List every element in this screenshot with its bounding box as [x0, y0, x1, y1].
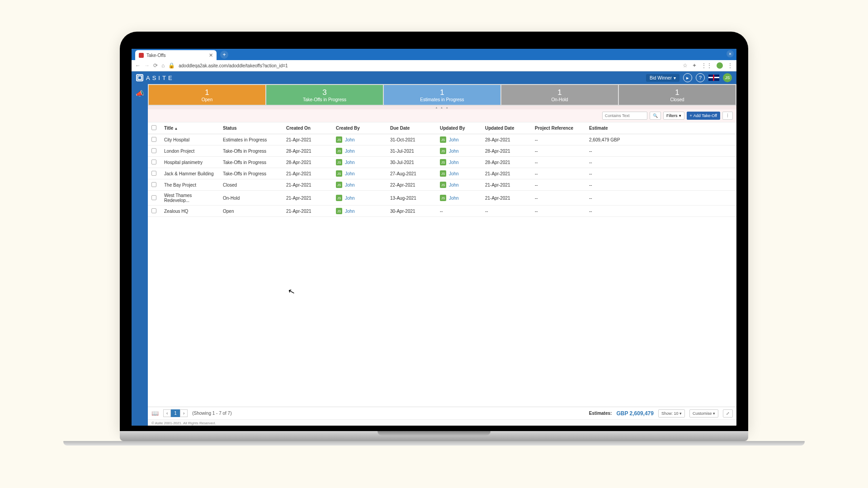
- row-checkbox[interactable]: [151, 160, 156, 164]
- cell-title[interactable]: City Hospital: [160, 134, 219, 145]
- user-chip-icon: JS: [440, 159, 446, 165]
- status-card[interactable]: 1Open: [149, 85, 265, 105]
- row-checkbox[interactable]: [151, 195, 156, 200]
- col-created-by[interactable]: Created By: [332, 122, 387, 134]
- user-link[interactable]: John: [449, 160, 459, 165]
- extensions-menu-icon[interactable]: ⋮⋮: [701, 62, 712, 69]
- cell-title[interactable]: Jack & Hammer Building: [160, 168, 219, 179]
- cell-title[interactable]: Hospital planimetry: [160, 157, 219, 168]
- cell-status: Open: [219, 206, 283, 217]
- home-icon[interactable]: ⌂: [161, 62, 165, 69]
- search-input[interactable]: [602, 112, 647, 120]
- select-all-checkbox[interactable]: [151, 125, 156, 130]
- cell-due-date: 31-Oct-2021: [387, 134, 436, 145]
- star-icon[interactable]: ☆: [683, 62, 688, 69]
- table-row[interactable]: The Bay ProjectClosed21-Apr-2021JSJohn22…: [148, 179, 736, 191]
- add-takeoff-button[interactable]: + Add Take-Off: [687, 112, 720, 120]
- cell-title[interactable]: London Project: [160, 145, 219, 157]
- profile-icon[interactable]: [717, 62, 723, 69]
- user-link[interactable]: John: [449, 137, 459, 142]
- col-updated-date[interactable]: Updated Date: [481, 122, 531, 134]
- cell-status: On-Hold: [219, 191, 283, 206]
- user-link[interactable]: John: [345, 183, 355, 188]
- cell-created-on: 21-Apr-2021: [283, 134, 332, 145]
- status-card[interactable]: 1Closed: [619, 85, 736, 105]
- cell-title[interactable]: Zealous HQ: [160, 206, 219, 217]
- favicon-icon: [139, 53, 144, 58]
- user-link[interactable]: John: [449, 171, 459, 176]
- user-link[interactable]: John: [449, 149, 459, 154]
- chevron-down-icon: ▾: [674, 75, 676, 80]
- col-due-date[interactable]: Due Date: [387, 122, 436, 134]
- video-icon[interactable]: ▸: [683, 73, 692, 82]
- nav-back-icon[interactable]: ←: [135, 62, 141, 69]
- user-link[interactable]: John: [345, 160, 355, 165]
- cell-created-on: 28-Apr-2021: [283, 145, 332, 157]
- row-checkbox[interactable]: [151, 208, 156, 213]
- show-count-select[interactable]: Show: 10 ▾: [658, 409, 685, 418]
- browser-tab[interactable]: Take-Offs ✕: [135, 50, 217, 60]
- plus-icon: +: [690, 113, 692, 118]
- user-link[interactable]: John: [345, 171, 355, 176]
- pager-page[interactable]: 1: [171, 409, 180, 417]
- col-updated-by[interactable]: Updated By: [436, 122, 481, 134]
- user-link[interactable]: John: [449, 196, 459, 201]
- pager-next[interactable]: ›: [180, 409, 188, 417]
- user-link[interactable]: John: [345, 209, 355, 214]
- col-status[interactable]: Status: [219, 122, 283, 134]
- menu-icon[interactable]: ⋮: [727, 62, 733, 69]
- cell-estimate[interactable]: 2,609,479 GBP: [585, 134, 736, 145]
- brand-logo[interactable]: ASITE: [136, 74, 175, 81]
- table-row[interactable]: West Thames Redevelop...On-Hold21-Apr-20…: [148, 191, 736, 206]
- cell-project-ref: --: [531, 179, 585, 191]
- table-scroll[interactable]: Title Status Created On Created By Due D…: [148, 122, 736, 407]
- help-icon[interactable]: ?: [696, 73, 705, 82]
- user-link[interactable]: John: [345, 196, 355, 201]
- row-checkbox[interactable]: [151, 148, 156, 153]
- language-flag-icon[interactable]: [708, 75, 719, 81]
- table-row[interactable]: Zealous HQOpen21-Apr-2021JSJohn30-Apr-20…: [148, 206, 736, 217]
- search-button[interactable]: 🔍: [650, 112, 661, 120]
- reload-icon[interactable]: ⟳: [153, 62, 158, 69]
- col-created-on[interactable]: Created On: [283, 122, 332, 134]
- role-selector[interactable]: Bid Winner ▾: [646, 74, 679, 82]
- col-project-ref[interactable]: Project Reference: [531, 122, 585, 134]
- col-title[interactable]: Title: [160, 122, 219, 134]
- user-link[interactable]: John: [449, 183, 459, 188]
- url-input[interactable]: [179, 63, 679, 68]
- user-link[interactable]: John: [345, 137, 355, 142]
- user-avatar[interactable]: JS: [723, 73, 732, 82]
- user-chip-icon: JS: [336, 195, 342, 201]
- row-checkbox[interactable]: [151, 137, 156, 142]
- status-card[interactable]: 1On-Hold: [501, 85, 618, 105]
- expand-icon[interactable]: ⤢: [723, 409, 733, 418]
- extension-icon[interactable]: ✦: [692, 62, 697, 69]
- user-link[interactable]: John: [345, 149, 355, 154]
- pager-prev[interactable]: ‹: [163, 409, 171, 417]
- status-card[interactable]: 3Take-Offs in Progress: [266, 85, 383, 105]
- new-tab-button[interactable]: +: [220, 51, 228, 59]
- megaphone-icon[interactable]: 📣: [132, 87, 148, 100]
- tab-close-icon[interactable]: ✕: [209, 52, 213, 58]
- filters-button[interactable]: Filters ▾: [663, 112, 684, 120]
- cell-created-by: JSJohn: [332, 157, 387, 168]
- user-chip-icon: JS: [440, 182, 446, 188]
- window-control-icon[interactable]: ×: [726, 50, 734, 57]
- table-row[interactable]: Jack & Hammer BuildingTake-Offs in Progr…: [148, 168, 736, 179]
- table-row[interactable]: London ProjectTake-Offs in Progress28-Ap…: [148, 145, 736, 157]
- collapse-handle[interactable]: ▲ ▲ ▲: [148, 106, 736, 109]
- customise-button[interactable]: Customise ▾: [689, 409, 718, 418]
- table-row[interactable]: Hospital planimetryTake-Offs in Progress…: [148, 157, 736, 168]
- cell-title[interactable]: West Thames Redevelop...: [160, 191, 219, 206]
- cell-created-on: 21-Apr-2021: [283, 168, 332, 179]
- table-row[interactable]: City HospitalEstimates in Progress21-Apr…: [148, 134, 736, 145]
- cell-title[interactable]: The Bay Project: [160, 179, 219, 191]
- row-checkbox[interactable]: [151, 171, 156, 176]
- row-checkbox[interactable]: [151, 182, 156, 187]
- col-estimate[interactable]: Estimate: [585, 122, 736, 134]
- cell-estimate: --: [585, 191, 736, 206]
- more-button[interactable]: ⋮: [722, 112, 733, 120]
- nav-forward-icon[interactable]: →: [144, 62, 150, 69]
- book-icon[interactable]: 📖: [151, 410, 159, 417]
- status-card[interactable]: 1Estimates in Progress: [384, 85, 500, 105]
